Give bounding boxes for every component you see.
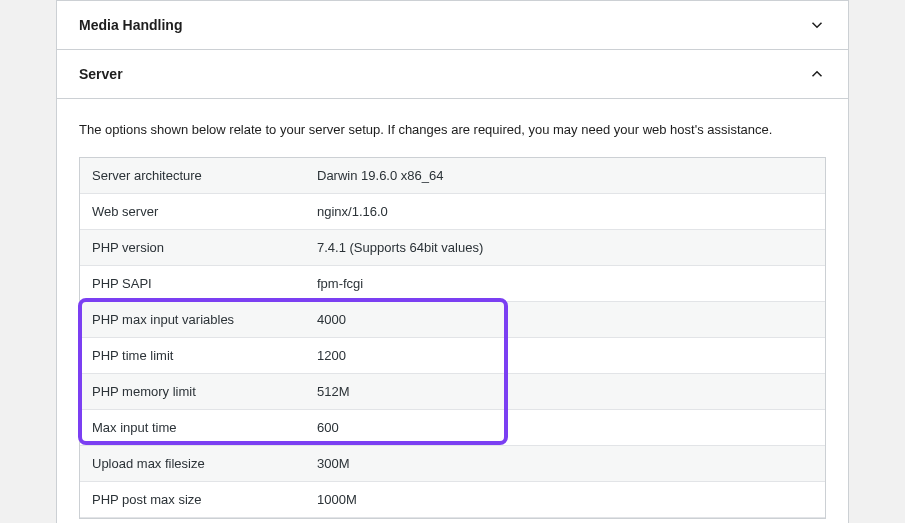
table-row: PHP version 7.4.1 (Supports 64bit values… <box>80 230 825 266</box>
server-header[interactable]: Server <box>57 50 848 99</box>
row-label: Web server <box>80 194 305 229</box>
server-body: The options shown below relate to your s… <box>57 99 848 523</box>
row-value: 300M <box>305 446 825 481</box>
media-handling-header[interactable]: Media Handling <box>57 1 848 50</box>
row-value: fpm-fcgi <box>305 266 825 301</box>
table-row: Upload max filesize 300M <box>80 446 825 482</box>
table-row: PHP SAPI fpm-fcgi <box>80 266 825 302</box>
media-handling-title: Media Handling <box>79 17 182 33</box>
row-value: 4000 <box>305 302 825 337</box>
row-label: Upload max filesize <box>80 446 305 481</box>
row-value: 1200 <box>305 338 825 373</box>
row-label: Max input time <box>80 410 305 445</box>
row-value: 600 <box>305 410 825 445</box>
row-value: Darwin 19.6.0 x86_64 <box>305 158 825 193</box>
server-info-table: Server architecture Darwin 19.6.0 x86_64… <box>79 157 826 519</box>
row-value: 1000M <box>305 482 825 517</box>
table-row: Web server nginx/1.16.0 <box>80 194 825 230</box>
row-value: 512M <box>305 374 825 409</box>
server-title: Server <box>79 66 123 82</box>
row-label: PHP max input variables <box>80 302 305 337</box>
row-label: PHP time limit <box>80 338 305 373</box>
row-value: nginx/1.16.0 <box>305 194 825 229</box>
table-row: PHP time limit 1200 <box>80 338 825 374</box>
chevron-down-icon <box>808 16 826 34</box>
table-row: PHP memory limit 512M <box>80 374 825 410</box>
row-label: PHP version <box>80 230 305 265</box>
server-description: The options shown below relate to your s… <box>79 121 826 139</box>
table-row: PHP max input variables 4000 <box>80 302 825 338</box>
row-label: PHP memory limit <box>80 374 305 409</box>
row-label: PHP SAPI <box>80 266 305 301</box>
row-label: PHP post max size <box>80 482 305 517</box>
table-row: Max input time 600 <box>80 410 825 446</box>
row-value: 7.4.1 (Supports 64bit values) <box>305 230 825 265</box>
table-row: PHP post max size 1000M <box>80 482 825 518</box>
row-label: Server architecture <box>80 158 305 193</box>
chevron-up-icon <box>808 65 826 83</box>
table-row: Server architecture Darwin 19.6.0 x86_64 <box>80 158 825 194</box>
